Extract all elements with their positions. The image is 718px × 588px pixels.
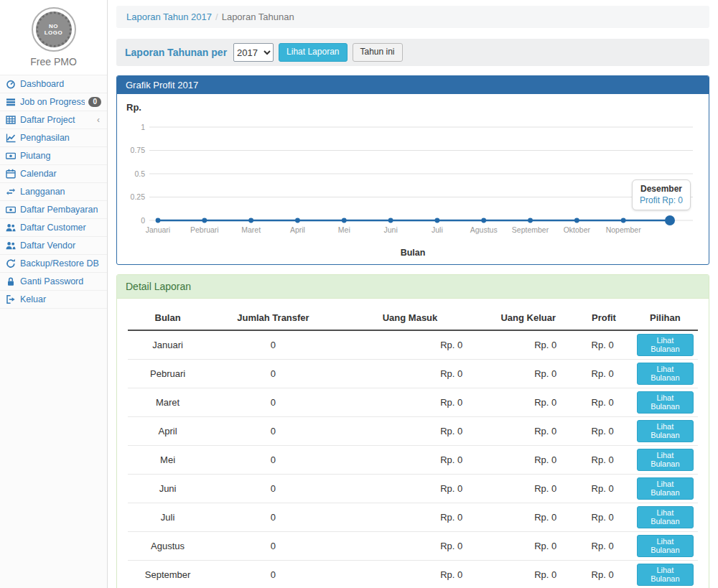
lock-icon [6,276,16,286]
sidebar-item-calendar[interactable]: Calendar [0,165,107,183]
cell-uang_masuk: Rp. 0 [339,388,482,417]
money-icon [6,151,16,161]
line-chart-icon [6,133,16,143]
year-select[interactable]: 2017 [233,43,274,62]
cell-uang_masuk: Rp. 0 [339,446,482,475]
cell-pilihan: Lihat Bulanan [633,330,698,360]
cell-jumlah_transfer: 0 [208,561,339,588]
sidebar-item-label: Daftar Vendor [20,241,101,251]
lihat-bulanan-button[interactable]: Lihat Bulanan [637,391,694,414]
tooltip-value: Profit Rp: 0 [640,195,683,205]
cell-uang_masuk: Rp. 0 [339,330,482,360]
cell-bulan: April [128,417,208,446]
sidebar-item-label: Penghasilan [20,133,101,143]
lihat-laporan-button[interactable]: Lihat Laporan [279,43,347,62]
sidebar-item-backup-restore-db[interactable]: Backup/Restore DB [0,255,107,273]
cell-pilihan: Lihat Bulanan [633,388,698,417]
cell-uang_keluar: Rp. 0 [481,503,575,532]
lihat-bulanan-button[interactable]: Lihat Bulanan [637,535,694,557]
column-header: Profit [575,306,632,330]
cell-bulan: Agustus [128,532,208,561]
breadcrumb-link-laporan-tahun[interactable]: Laporan Tahun 2017 [126,11,212,22]
sidebar-item-job-on-progress[interactable]: Job on Progress0 [0,93,107,111]
report-table: BulanJumlah TransferUang MasukUang Kelua… [128,306,698,588]
sidebar-item-dashboard[interactable]: Dashboard [0,75,107,93]
cell-uang_keluar: Rp. 0 [481,388,575,417]
svg-text:Pebruari: Pebruari [190,225,219,234]
cell-jumlah_transfer: 0 [208,360,339,388]
job-count-badge: 0 [88,97,101,107]
cell-bulan: Maret [128,388,208,417]
svg-text:0.25: 0.25 [131,192,146,201]
cell-profit: Rp. 0 [575,532,632,561]
x-axis-label: Bulan [117,248,709,258]
dashboard-icon [6,79,16,89]
sidebar-item-label: Backup/Restore DB [20,258,101,269]
cell-jumlah_transfer: 0 [208,388,339,417]
tooltip-month: Desember [640,184,683,194]
table-row: September0Rp. 0Rp. 0Rp. 0Lihat Bulanan [128,561,698,588]
cell-uang_keluar: Rp. 0 [481,330,575,360]
cell-bulan: Juni [128,475,208,503]
sidebar-item-daftar-customer[interactable]: Daftar Customer [0,219,107,237]
sidebar-item-daftar-project[interactable]: Daftar Project‹ [0,111,107,129]
svg-text:0.75: 0.75 [131,146,146,154]
breadcrumb-current: Laporan Tahunan [222,11,294,22]
main-content: Laporan Tahun 2017/Laporan Tahunan Lapor… [108,0,718,588]
table-row: Mei0Rp. 0Rp. 0Rp. 0Lihat Bulanan [128,446,698,475]
column-header: Uang Keluar [481,306,575,330]
cell-uang_masuk: Rp. 0 [339,360,482,388]
chart-tooltip: Desember Profit Rp: 0 [632,179,691,210]
brand-area: NO LOGO Free PMO [0,0,107,75]
report-toolbar: Laporan Tahunan per 2017 Lihat Laporan T… [116,39,709,66]
sidebar-item-langganan[interactable]: Langganan [0,183,107,201]
cell-jumlah_transfer: 0 [208,417,339,446]
cell-pilihan: Lihat Bulanan [633,360,698,388]
sidebar-item-daftar-pembayaran[interactable]: Daftar Pembayaran [0,201,107,219]
brand-name: Free PMO [0,56,107,67]
cell-jumlah_transfer: 0 [208,330,339,360]
cell-jumlah_transfer: 0 [208,446,339,475]
cell-profit: Rp. 0 [575,388,632,417]
sidebar-item-penghasilan[interactable]: Penghasilan [0,129,107,147]
lihat-bulanan-button[interactable]: Lihat Bulanan [637,363,694,385]
lihat-bulanan-button[interactable]: Lihat Bulanan [637,420,694,442]
sidebar-item-ganti-password[interactable]: Ganti Password [0,273,107,291]
cell-jumlah_transfer: 0 [208,532,339,561]
table-row: Juli0Rp. 0Rp. 0Rp. 0Lihat Bulanan [128,503,698,532]
sidebar-item-label: Langganan [20,187,101,197]
lihat-bulanan-button[interactable]: Lihat Bulanan [637,334,694,356]
lihat-bulanan-button[interactable]: Lihat Bulanan [637,477,694,500]
cell-uang_masuk: Rp. 0 [339,417,482,446]
sidebar: NO LOGO Free PMO DashboardJob on Progres… [0,0,108,588]
table-row: Agustus0Rp. 0Rp. 0Rp. 0Lihat Bulanan [128,532,698,561]
toolbar-label: Laporan Tahunan per [125,47,227,58]
sidebar-item-label: Dashboard [20,79,101,89]
svg-text:Oktober: Oktober [564,225,591,234]
sidebar-item-label: Daftar Customer [20,223,101,233]
sidebar-item-daftar-vendor[interactable]: Daftar Vendor [0,237,107,255]
cell-profit: Rp. 0 [575,503,632,532]
cell-uang_keluar: Rp. 0 [481,561,575,588]
cell-uang_keluar: Rp. 0 [481,532,575,561]
svg-text:Maret: Maret [241,225,261,234]
profit-chart-panel: Grafik Profit 2017 Rp. 10.750.50.250Janu… [116,75,709,265]
profit-chart: 10.750.50.250JanuariPebruariMaretAprilMe… [126,114,700,238]
lihat-bulanan-button[interactable]: Lihat Bulanan [637,564,694,586]
lihat-bulanan-button[interactable]: Lihat Bulanan [637,506,694,528]
cell-pilihan: Lihat Bulanan [633,475,698,503]
cell-uang_keluar: Rp. 0 [481,360,575,388]
cell-uang_masuk: Rp. 0 [339,503,482,532]
tahun-ini-button[interactable]: Tahun ini [353,43,403,62]
svg-text:Nopember: Nopember [606,225,642,234]
y-axis-unit-label: Rp. [126,102,141,113]
table-header-row: BulanJumlah TransferUang MasukUang Kelua… [128,306,698,330]
sidebar-item-piutang[interactable]: Piutang [0,147,107,165]
lihat-bulanan-button[interactable]: Lihat Bulanan [637,449,694,471]
cell-uang_masuk: Rp. 0 [339,561,482,588]
sidebar-item-label: Daftar Pembayaran [20,205,101,215]
refresh-icon [6,258,16,269]
sidebar-item-keluar[interactable]: Keluar [0,291,107,309]
chevron-left-icon: ‹ [97,115,101,125]
users-icon [6,241,16,251]
